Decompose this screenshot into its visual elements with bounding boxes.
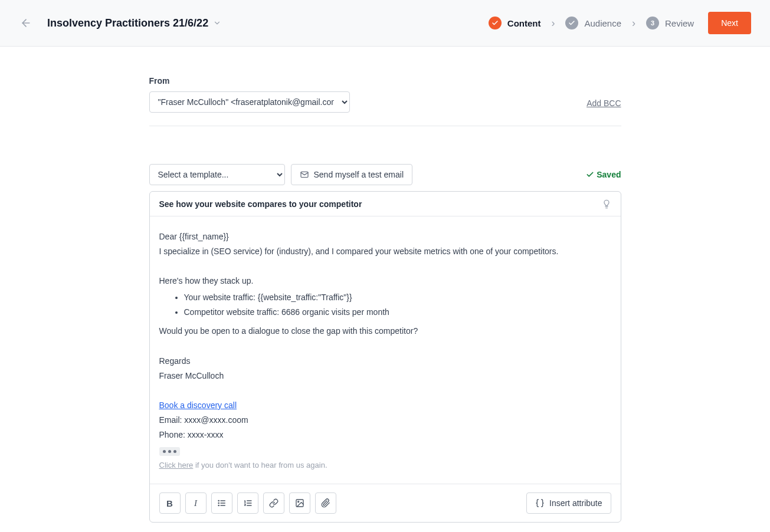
from-row: From "Fraser McCulloch" <fraseratplatoni…	[149, 76, 621, 113]
from-select[interactable]: "Fraser McCulloch" <fraseratplatonik@gma…	[149, 91, 350, 113]
body-intro: I specialize in (SEO service) for (indus…	[159, 244, 611, 259]
body-regards: Regards	[159, 354, 611, 369]
page-title-text: Insolvency Practitioners 21/6/22	[47, 17, 208, 29]
body-phone-line: Phone: xxxx-xxxx	[159, 428, 611, 442]
list-item: Your website traffic: {{website_traffic:…	[184, 290, 611, 306]
spacer	[159, 383, 611, 398]
cta-link[interactable]: Book a discovery call	[159, 400, 237, 410]
editor-toolbar: B I Insert attribute	[150, 484, 621, 522]
next-button[interactable]: Next	[708, 12, 751, 34]
arrow-left-icon	[20, 17, 32, 29]
body-greeting: Dear {{first_name}}	[159, 229, 611, 244]
list-item: Competitor website traffic: 6686 organic…	[184, 305, 611, 320]
ordered-list-button[interactable]	[237, 492, 258, 514]
envelope-icon	[300, 170, 309, 179]
spacer	[159, 339, 611, 354]
from-field-group: From "Fraser McCulloch" <fraseratplatoni…	[149, 76, 350, 113]
image-button[interactable]	[289, 492, 310, 514]
unsubscribe-line: Click here if you don't want to hear fro…	[159, 458, 611, 472]
saved-status: Saved	[586, 170, 621, 179]
email-editor: See how your website compares to your co…	[149, 191, 621, 523]
send-test-email-button[interactable]: Send myself a test email	[291, 164, 413, 185]
template-select[interactable]: Select a template...	[149, 164, 285, 185]
bullet-list-button[interactable]	[211, 492, 232, 514]
signature-collapse-dots[interactable]	[159, 447, 180, 456]
spacer	[159, 259, 611, 274]
attachment-button[interactable]	[315, 492, 336, 514]
step-label: Content	[507, 18, 541, 28]
unsubscribe-rest: if you don't want to hear from us again.	[193, 461, 327, 469]
chevron-right-icon: ›	[632, 18, 635, 28]
stepper: Content › Audience › 3 Review	[489, 17, 694, 29]
bold-button[interactable]: B	[159, 492, 181, 514]
bold-icon: B	[166, 498, 173, 508]
lightbulb-icon[interactable]	[602, 199, 611, 209]
unsubscribe-link[interactable]: Click here	[159, 461, 194, 469]
link-icon	[269, 498, 278, 508]
step-number-badge: 3	[646, 17, 659, 29]
paperclip-icon	[321, 498, 330, 508]
check-icon	[565, 17, 578, 29]
braces-icon	[535, 498, 545, 508]
template-row: Select a template... Send myself a test …	[149, 164, 621, 185]
main-content: From "Fraser McCulloch" <fraseratplatoni…	[149, 47, 621, 532]
body-stack-intro: Here's how they stack up.	[159, 274, 611, 288]
ordered-list-icon	[243, 498, 253, 508]
insert-attribute-button[interactable]: Insert attribute	[526, 492, 611, 514]
chevron-down-icon	[213, 19, 221, 27]
body-bullet-list: Your website traffic: {{website_traffic:…	[177, 290, 611, 321]
saved-label: Saved	[597, 170, 621, 179]
from-label: From	[149, 76, 350, 86]
page-title[interactable]: Insolvency Practitioners 21/6/22	[47, 17, 221, 29]
back-button[interactable]	[19, 16, 33, 30]
subject-input[interactable]: See how your website compares to your co…	[159, 199, 362, 209]
step-content[interactable]: Content	[489, 17, 541, 29]
step-audience[interactable]: Audience	[565, 17, 621, 29]
check-icon	[586, 170, 594, 179]
divider	[149, 126, 621, 126]
body-question: Would you be open to a dialogue to close…	[159, 324, 611, 339]
chevron-right-icon: ›	[551, 18, 555, 28]
body-email-line: Email: xxxx@xxxx.coom	[159, 413, 611, 428]
app-header: Insolvency Practitioners 21/6/22 Content…	[0, 0, 770, 47]
italic-button[interactable]: I	[185, 492, 207, 514]
italic-icon: I	[194, 498, 197, 508]
step-label: Audience	[584, 18, 621, 28]
bullet-list-icon	[217, 498, 227, 508]
email-body[interactable]: Dear {{first_name}} I specialize in (SEO…	[150, 216, 621, 484]
body-sender-name: Fraser McCulloch	[159, 369, 611, 383]
step-review[interactable]: 3 Review	[646, 17, 694, 29]
svg-point-4	[218, 505, 219, 505]
svg-point-2	[218, 500, 219, 501]
link-button[interactable]	[263, 492, 284, 514]
insert-attribute-label: Insert attribute	[549, 498, 602, 508]
subject-row: See how your website compares to your co…	[150, 192, 621, 216]
send-test-email-label: Send myself a test email	[314, 170, 404, 179]
add-bcc-link[interactable]: Add BCC	[586, 98, 621, 108]
svg-point-12	[297, 501, 299, 503]
image-icon	[295, 498, 304, 508]
svg-point-3	[218, 503, 219, 503]
step-label: Review	[665, 18, 694, 28]
check-icon	[489, 17, 502, 29]
